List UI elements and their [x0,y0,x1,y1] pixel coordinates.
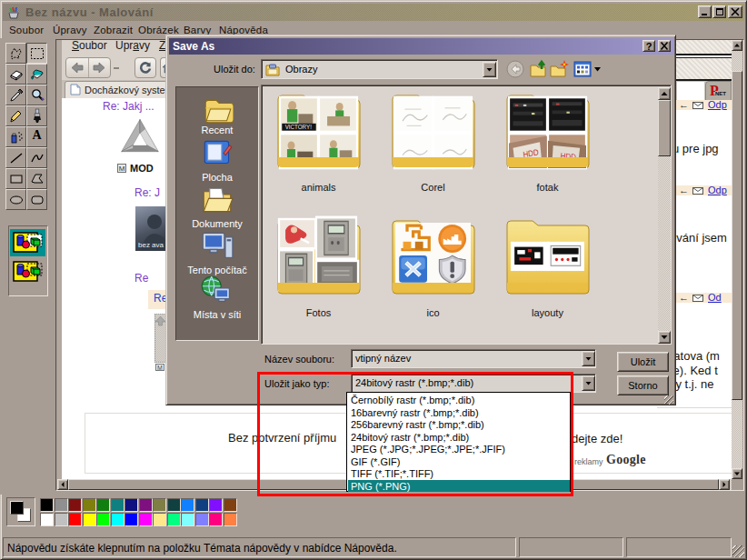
svg-text:VICTORY!: VICTORY! [285,124,312,130]
svg-text:bez ava: bez ava [138,241,164,249]
